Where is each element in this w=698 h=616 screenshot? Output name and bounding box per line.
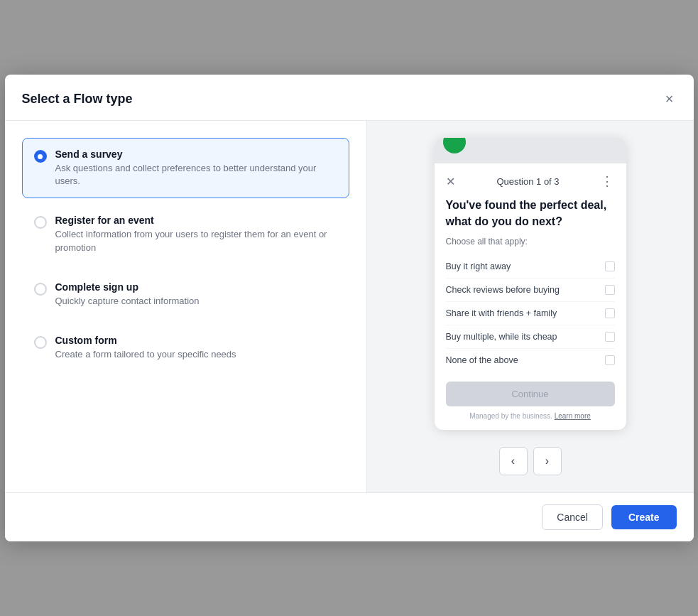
checkbox-label: Share it with friends + family bbox=[446, 308, 557, 318]
radio-register-event bbox=[34, 216, 47, 229]
create-button[interactable]: Create bbox=[611, 505, 677, 529]
option-complete-signup[interactable]: Complete sign up Quickly capture contact… bbox=[22, 271, 349, 318]
nav-buttons: ‹ › bbox=[499, 447, 562, 475]
phone-content: ✕ Question 1 of 3 ⋮ You've found the per… bbox=[435, 163, 626, 430]
checkbox-item[interactable]: Buy multiple, while its cheap bbox=[446, 325, 615, 349]
modal-header: Select a Flow type × bbox=[5, 75, 694, 121]
checkbox-list: Buy it right awayCheck reviews before bu… bbox=[446, 255, 615, 372]
checkbox-label: Buy it right away bbox=[446, 261, 511, 271]
left-panel: Send a survey Ask questions and collect … bbox=[5, 121, 367, 492]
modal: Select a Flow type × Send a survey Ask q… bbox=[5, 75, 694, 541]
radio-custom-form bbox=[34, 336, 47, 349]
option-label-register-event: Register for an event bbox=[55, 215, 337, 226]
checkbox-label: Buy multiple, while its cheap bbox=[446, 332, 557, 342]
checkbox-item[interactable]: Buy it right away bbox=[446, 255, 615, 279]
close-button[interactable]: × bbox=[662, 89, 677, 109]
checkbox-item[interactable]: Check reviews before buying bbox=[446, 279, 615, 302]
cancel-button[interactable]: Cancel bbox=[542, 504, 603, 530]
option-desc-send-survey: Ask questions and collect preferences to… bbox=[55, 162, 337, 188]
option-label-send-survey: Send a survey bbox=[55, 148, 337, 160]
option-text-register-event: Register for an event Collect informatio… bbox=[55, 215, 337, 254]
phone-avatar bbox=[443, 138, 466, 153]
managed-text: Managed by the business. Learn more bbox=[446, 412, 615, 420]
question-counter: Question 1 of 3 bbox=[496, 176, 559, 187]
option-text-custom-form: Custom form Create a form tailored to yo… bbox=[55, 335, 337, 361]
option-label-custom-form: Custom form bbox=[55, 335, 337, 346]
modal-body: Send a survey Ask questions and collect … bbox=[5, 121, 694, 492]
radio-send-survey bbox=[34, 150, 47, 163]
checkbox-label: None of the above bbox=[446, 355, 518, 365]
more-icon[interactable]: ⋮ bbox=[601, 173, 614, 189]
option-desc-register-event: Collect information from your users to r… bbox=[55, 228, 337, 254]
prev-button[interactable]: ‹ bbox=[499, 447, 528, 475]
question-subtitle: Choose all that apply: bbox=[446, 237, 615, 247]
question-title: You've found the perfect deal, what do y… bbox=[446, 198, 615, 229]
modal-title: Select a Flow type bbox=[22, 92, 133, 107]
option-desc-custom-form: Create a form tailored to your specific … bbox=[55, 348, 337, 361]
phone-preview: ✕ Question 1 of 3 ⋮ You've found the per… bbox=[435, 138, 626, 430]
option-send-survey[interactable]: Send a survey Ask questions and collect … bbox=[22, 138, 349, 198]
checkbox-label: Check reviews before buying bbox=[446, 285, 560, 295]
option-text-complete-signup: Complete sign up Quickly capture contact… bbox=[55, 281, 337, 308]
right-panel: ✕ Question 1 of 3 ⋮ You've found the per… bbox=[367, 121, 694, 492]
radio-inner bbox=[38, 154, 43, 159]
radio-complete-signup bbox=[34, 283, 47, 296]
question-header: ✕ Question 1 of 3 ⋮ bbox=[446, 173, 615, 189]
checkbox-box[interactable] bbox=[605, 261, 615, 271]
checkbox-item[interactable]: None of the above bbox=[446, 349, 615, 372]
option-text-send-survey: Send a survey Ask questions and collect … bbox=[55, 148, 337, 188]
checkbox-box[interactable] bbox=[605, 332, 615, 342]
option-register-event[interactable]: Register for an event Collect informatio… bbox=[22, 204, 349, 264]
phone-top-bar bbox=[435, 138, 626, 163]
option-custom-form[interactable]: Custom form Create a form tailored to yo… bbox=[22, 324, 349, 372]
checkbox-box[interactable] bbox=[605, 285, 615, 295]
checkbox-item[interactable]: Share it with friends + family bbox=[446, 302, 615, 325]
next-button[interactable]: › bbox=[533, 447, 562, 475]
checkbox-box[interactable] bbox=[605, 355, 615, 365]
continue-button[interactable]: Continue bbox=[446, 382, 615, 406]
question-close-icon[interactable]: ✕ bbox=[446, 175, 455, 188]
option-label-complete-signup: Complete sign up bbox=[55, 281, 337, 293]
checkbox-box[interactable] bbox=[605, 308, 615, 318]
option-desc-complete-signup: Quickly capture contact information bbox=[55, 295, 337, 308]
modal-footer: Cancel Create bbox=[5, 492, 694, 541]
learn-more-link[interactable]: Learn more bbox=[555, 412, 591, 420]
